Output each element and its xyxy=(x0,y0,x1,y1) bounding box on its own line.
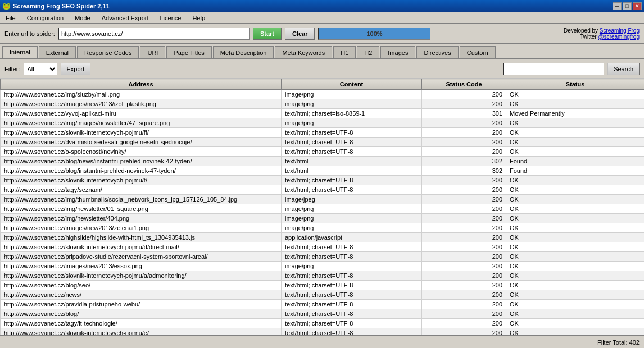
app-title: Screaming Frog SEO Spider 2,11 xyxy=(13,3,110,10)
table-row[interactable]: http://www.sovanet.cz/o-spolecnosti/novi… xyxy=(1,147,645,157)
table-row[interactable]: http://www.sovanet.cz/dva-misto-sedesati… xyxy=(1,138,645,147)
table-row[interactable]: http://www.sovanet.cz/img/newsletter/01_… xyxy=(1,204,645,214)
filter-select[interactable]: All HTML JavaScript CSS Image PDF Other xyxy=(24,63,57,75)
tab-h1[interactable]: H1 xyxy=(333,46,356,58)
tab-uri[interactable]: URI xyxy=(140,46,165,58)
table-row[interactable]: http://www.sovanet.cz/img/thumbnails/soc… xyxy=(1,195,645,204)
dev-link[interactable]: Screaming Frog xyxy=(600,28,640,34)
tab-meta-keywords[interactable]: Meta Keywords xyxy=(275,46,332,58)
table-cell: http://www.sovanet.cz/slovnik-internetov… xyxy=(1,328,282,336)
table-cell: 200 xyxy=(422,281,506,290)
table-cell: http://www.sovanet.cz/images/new2013/izo… xyxy=(1,99,282,109)
dev-line1: Developed by Screaming Frog xyxy=(564,28,640,34)
table-cell: 200 xyxy=(422,300,506,309)
col-content: Content xyxy=(282,79,422,90)
table-row[interactable]: http://www.sovanet.cz/tagy/it-technologi… xyxy=(1,319,645,328)
main-table: Address Content Status Code Status http:… xyxy=(0,79,644,336)
table-row[interactable]: http://www.sovanet.cz/img/newsletter/404… xyxy=(1,214,645,223)
table-row[interactable]: http://www.sovanet.cz/slovnik-internetov… xyxy=(1,271,645,281)
table-cell: OK xyxy=(506,252,645,262)
table-row[interactable]: http://www.sovanet.cz/slovnik-internetov… xyxy=(1,176,645,185)
tab-external[interactable]: External xyxy=(39,46,76,58)
table-cell: OK xyxy=(506,233,645,242)
table-row[interactable]: http://www.sovanet.cz/vyvoj-aplikaci-mir… xyxy=(1,109,645,118)
clear-button[interactable]: Clear xyxy=(285,28,315,40)
url-input[interactable] xyxy=(58,28,250,40)
tab-directives[interactable]: Directives xyxy=(416,46,458,58)
app-icon: 🐸 xyxy=(2,2,11,10)
table-row[interactable]: http://www.sovanet.cz/images/new2013/zel… xyxy=(1,223,645,233)
table-cell: 200 xyxy=(422,252,506,262)
tab-response-codes[interactable]: Response Codes xyxy=(77,46,139,58)
table-cell: OK xyxy=(506,223,645,233)
table-row[interactable]: http://www.sovanet.cz/img/images/newslet… xyxy=(1,118,645,128)
table-row[interactable]: http://www.sovanet.cz/highslide/highslid… xyxy=(1,233,645,242)
table-cell: text/html; charset=UTF-8 xyxy=(282,281,422,290)
tab-images[interactable]: Images xyxy=(380,46,415,58)
table-cell: image/png xyxy=(282,214,422,223)
table-cell: http://www.sovanet.cz/images/new2013/zel… xyxy=(1,223,282,233)
table-row[interactable]: http://www.sovanet.cz/pripadove-studie/r… xyxy=(1,252,645,262)
menu-configuration[interactable]: Configuration xyxy=(24,13,67,22)
table-row[interactable]: http://www.sovanet.cz/slovnik-internetov… xyxy=(1,242,645,252)
tab-page-titles[interactable]: Page Titles xyxy=(166,46,211,58)
table-cell: OK xyxy=(506,118,645,128)
dev-line2: Twitter @screamingfrog xyxy=(564,34,640,40)
table-row[interactable]: http://www.sovanet.cz/tagy/seznam/text/h… xyxy=(1,185,645,195)
title-bar: 🐸 Screaming Frog SEO Spider 2,11 ─ □ ✕ xyxy=(0,0,644,12)
url-bar: Enter url to spider: Start Clear 100% De… xyxy=(0,24,644,44)
table-row[interactable]: http://www.sovanet.cz/images/new2013/ess… xyxy=(1,262,645,271)
minimize-button[interactable]: ─ xyxy=(613,2,622,10)
table-row[interactable]: http://www.sovanet.cz/blog/news/instantn… xyxy=(1,157,645,166)
table-cell: OK xyxy=(506,319,645,328)
filter-total: Filter Total: 402 xyxy=(597,339,640,346)
table-cell: http://www.sovanet.cz/o-spolecnosti/novi… xyxy=(1,147,282,157)
table-cell: 200 xyxy=(422,309,506,319)
maximize-button[interactable]: □ xyxy=(623,2,632,10)
table-cell: image/png xyxy=(282,262,422,271)
search-button[interactable]: Search xyxy=(607,63,640,75)
table-row[interactable]: http://www.sovanet.cz/images/new2013/izo… xyxy=(1,99,645,109)
table-row[interactable]: http://www.sovanet.cz/blog/instantni-pre… xyxy=(1,166,645,176)
table-row[interactable]: http://www.sovanet.cz/news/text/html; ch… xyxy=(1,290,645,300)
menu-mode[interactable]: Mode xyxy=(71,13,94,22)
search-input[interactable] xyxy=(503,63,604,75)
export-button[interactable]: Export xyxy=(61,63,91,75)
table-row[interactable]: http://www.sovanet.cz/img/sluzby/mail.pn… xyxy=(1,90,645,99)
tab-internal[interactable]: Internal xyxy=(2,46,38,58)
menu-file[interactable]: File xyxy=(2,13,19,22)
table-cell: text/html; charset=UTF-8 xyxy=(282,309,422,319)
tab-custom[interactable]: Custom xyxy=(460,46,496,58)
menu-licence[interactable]: Licence xyxy=(156,13,184,22)
tab-meta-description[interactable]: Meta Description xyxy=(213,46,274,58)
progress-bar: 100% xyxy=(318,28,430,40)
table-cell: Found xyxy=(506,157,645,166)
tab-h2[interactable]: H2 xyxy=(357,46,379,58)
start-button[interactable]: Start xyxy=(253,28,282,40)
table-cell: OK xyxy=(506,271,645,281)
table-cell: http://www.sovanet.cz/blog/ xyxy=(1,309,282,319)
table-cell: http://www.sovanet.cz/blog/news/instantn… xyxy=(1,157,282,166)
table-cell: 200 xyxy=(422,223,506,233)
table-row[interactable]: http://www.sovanet.cz/slovnik-internetov… xyxy=(1,328,645,336)
table-cell: 200 xyxy=(422,328,506,336)
table-row[interactable]: http://www.sovanet.cz/blog/text/html; ch… xyxy=(1,309,645,319)
menu-bar: File Configuration Mode Advanced Export … xyxy=(0,12,644,24)
table-cell: OK xyxy=(506,262,645,271)
twitter-link[interactable]: @screamingfrog xyxy=(598,34,640,40)
table-cell: http://www.sovanet.cz/news/ xyxy=(1,290,282,300)
table-row[interactable]: http://www.sovanet.cz/pravidla-pristupne… xyxy=(1,300,645,309)
table-cell: Found xyxy=(506,166,645,176)
table-cell: http://www.sovanet.cz/dva-misto-sedesati… xyxy=(1,138,282,147)
table-cell: Moved Permanently xyxy=(506,109,645,118)
table-cell: text/html; charset=UTF-8 xyxy=(282,319,422,328)
menu-help[interactable]: Help xyxy=(189,13,208,22)
table-cell: OK xyxy=(506,309,645,319)
menu-advanced-export[interactable]: Advanced Export xyxy=(98,13,152,22)
title-bar-controls[interactable]: ─ □ ✕ xyxy=(613,2,642,10)
table-cell: OK xyxy=(506,242,645,252)
table-row[interactable]: http://www.sovanet.cz/blog/seo/text/html… xyxy=(1,281,645,290)
table-cell: 200 xyxy=(422,290,506,300)
close-button[interactable]: ✕ xyxy=(633,2,642,10)
table-row[interactable]: http://www.sovanet.cz/slovnik-internetov… xyxy=(1,128,645,138)
